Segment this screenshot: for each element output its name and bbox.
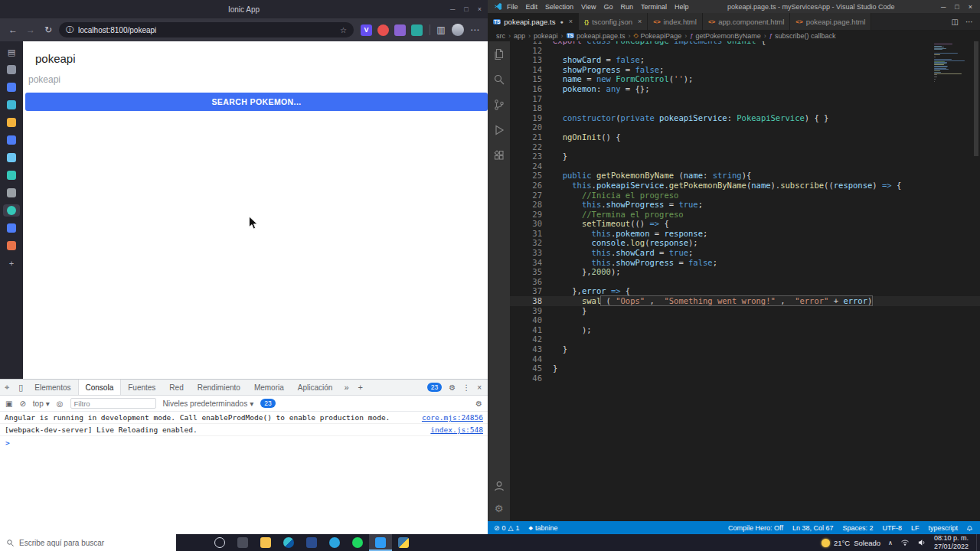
address-bar[interactable]: ⓘ localhost:8100/pokeapi ☆ (59, 22, 354, 37)
cortana-taskbar-button[interactable] (208, 534, 231, 551)
teal-extension-icon[interactable] (411, 24, 423, 36)
account-icon[interactable] (492, 479, 505, 492)
code-line-46[interactable]: 46 (510, 373, 980, 383)
editor-tab-pokeapi.page.html[interactable]: <>pokeapi.page.html (790, 13, 871, 30)
refresh-icon[interactable]: ↻ (41, 24, 55, 35)
forward-icon[interactable]: → (24, 24, 38, 35)
run-debug-icon[interactable] (492, 123, 505, 136)
console-messages-badge[interactable]: 23 (427, 383, 442, 392)
purple-extension-icon[interactable] (394, 24, 406, 36)
code-line-45[interactable]: 45} (510, 364, 980, 373)
browser-tab-3-tab[interactable] (3, 99, 20, 111)
code-line-43[interactable]: 43 } (510, 344, 980, 354)
taskbar-search-input[interactable] (19, 539, 170, 547)
browser-tab-1-tab[interactable] (3, 64, 20, 76)
status-typescript[interactable]: typescript (928, 524, 958, 532)
vscode-taskbar-button[interactable] (369, 534, 392, 551)
problems-indicator[interactable]: ⊘ 0 △ 1 (494, 524, 520, 532)
red-extension-icon[interactable] (377, 24, 389, 36)
code-line-16[interactable]: 16 pokemon: any = {}; (510, 84, 980, 94)
devtools-tab-elementos[interactable]: Elementos (28, 380, 77, 395)
taskbar-search[interactable] (0, 534, 176, 551)
log-levels-dropdown[interactable]: Niveles predeterminados ▾ (163, 399, 254, 408)
menu-view[interactable]: View (581, 3, 596, 11)
taskbar-clock[interactable]: 08:10 p. m. 27/01/2022 (934, 534, 969, 551)
inspect-element-icon[interactable]: ⌖ (0, 383, 14, 393)
code-line-18[interactable]: 18 (510, 103, 980, 113)
code-line-42[interactable]: 42 (510, 334, 980, 344)
show-desktop-button[interactable] (976, 534, 980, 551)
breadcrumb-item[interactable]: TSpokeapi.page.ts (567, 32, 626, 40)
menu-help[interactable]: Help (675, 3, 689, 11)
favorite-star-icon[interactable]: ☆ (340, 26, 347, 34)
source-control-icon[interactable] (492, 98, 505, 111)
volume-icon[interactable] (917, 538, 926, 547)
code-line-35[interactable]: 35 },2000); (510, 267, 980, 277)
task-view-taskbar-button[interactable] (231, 534, 254, 551)
code-line-14[interactable]: 14 showProgress = false; (510, 65, 980, 75)
console-filter-input[interactable] (70, 398, 156, 409)
vscode-maximize-button[interactable]: □ (955, 3, 959, 11)
search-icon[interactable] (492, 73, 505, 86)
tray-chevron-icon[interactable]: ∧ (888, 540, 893, 546)
code-line-41[interactable]: 41 ); (510, 325, 980, 335)
breadcrumb-item[interactable]: src (496, 32, 505, 40)
device-toolbar-icon[interactable]: ▯ (14, 383, 28, 393)
live-expression-eye-icon[interactable]: ◎ (57, 399, 64, 408)
editor-tab-tsconfig.json[interactable]: {}tsconfig.json× (579, 13, 648, 30)
breadcrumb-item[interactable]: ƒsubscribe() callback (769, 32, 836, 40)
tab-close-icon[interactable]: × (569, 18, 573, 25)
code-line-33[interactable]: 33 this.showCard = true; (510, 248, 980, 258)
tabnine-indicator[interactable]: ◆ tabnine (529, 524, 558, 532)
console-source-link[interactable]: core.mjs:24856 (422, 413, 483, 422)
code-line-30[interactable]: 30 setTimeout(() => { (510, 219, 980, 229)
code-line-36[interactable]: 36 (510, 277, 980, 287)
settings-icon[interactable]: ⚙ (492, 502, 505, 515)
code-line-40[interactable]: 40 (510, 315, 980, 325)
profile-avatar[interactable] (452, 24, 464, 36)
status-spaces-2[interactable]: Spaces: 2 (842, 524, 873, 532)
more-tabs-icon[interactable]: » (339, 383, 353, 392)
editor-more-actions-icon[interactable]: ⋯ (965, 18, 973, 26)
pokemon-name-input[interactable] (23, 71, 465, 88)
office-taskbar-button[interactable] (300, 534, 323, 551)
minimap[interactable] (934, 44, 969, 83)
status-ln-38-col-67[interactable]: Ln 38, Col 67 (792, 524, 834, 532)
code-line-32[interactable]: 32 console.log(response); (510, 238, 980, 248)
devtools-tab-rendimiento[interactable]: Rendimiento (191, 380, 247, 395)
breadcrumb-item[interactable]: app (514, 32, 525, 40)
devtools-close-icon[interactable]: × (477, 383, 482, 392)
scrollbar-thumb[interactable] (974, 41, 978, 156)
code-line-19[interactable]: 19 constructor(private pokeapiService: P… (510, 113, 980, 123)
breadcrumb-item[interactable]: ◇PokeapiPage (633, 32, 681, 40)
editor-scrollbar[interactable] (972, 41, 980, 521)
code-line-38[interactable]: 38 swal ( "Oops" , "Something went wrong… (510, 296, 980, 306)
code-line-17[interactable]: 17 (510, 94, 980, 104)
ionic-app-tab-tab[interactable] (3, 204, 20, 217)
code-line-31[interactable]: 31 this.pokemon = response; (510, 229, 980, 239)
code-editor[interactable]: 11export class PokeapiPage implements On… (510, 41, 980, 521)
editor-tab-index.html[interactable]: <>index.html (648, 13, 703, 30)
status-utf-8[interactable]: UTF-8 (882, 524, 902, 532)
vue-devtools-extension-icon[interactable]: V (361, 24, 372, 36)
console-prompt[interactable]: > (0, 436, 488, 449)
status-lf[interactable]: LF (911, 524, 920, 532)
telegram-taskbar-button[interactable] (323, 534, 346, 551)
devtools-tab-consola[interactable]: Consola (78, 380, 122, 395)
devtools-tab-aplicación[interactable]: Aplicación (291, 380, 340, 395)
tab-close-icon[interactable]: × (638, 18, 642, 25)
clear-console-icon[interactable]: ⊘ (19, 399, 25, 408)
browser-tab-8-tab[interactable] (3, 187, 20, 199)
editor-tab-pokeapi.page.ts[interactable]: TSpokeapi.page.ts●× (488, 13, 579, 30)
code-line-21[interactable]: 21 ngOnInit() { (510, 132, 980, 142)
code-line-39[interactable]: 39 } (510, 306, 980, 316)
vscode-close-button[interactable]: × (969, 3, 972, 11)
code-line-22[interactable]: 22 (510, 142, 980, 152)
devtools-tab-red[interactable]: Red (162, 380, 190, 395)
menu-go[interactable]: Go (603, 3, 612, 11)
menu-terminal[interactable]: Terminal (641, 3, 667, 11)
weather-widget[interactable]: 21°C Soleado (822, 539, 880, 547)
browser-menu-icon[interactable]: ⋯ (468, 24, 482, 35)
code-line-44[interactable]: 44 (510, 354, 980, 364)
python-taskbar-button[interactable] (392, 534, 415, 551)
